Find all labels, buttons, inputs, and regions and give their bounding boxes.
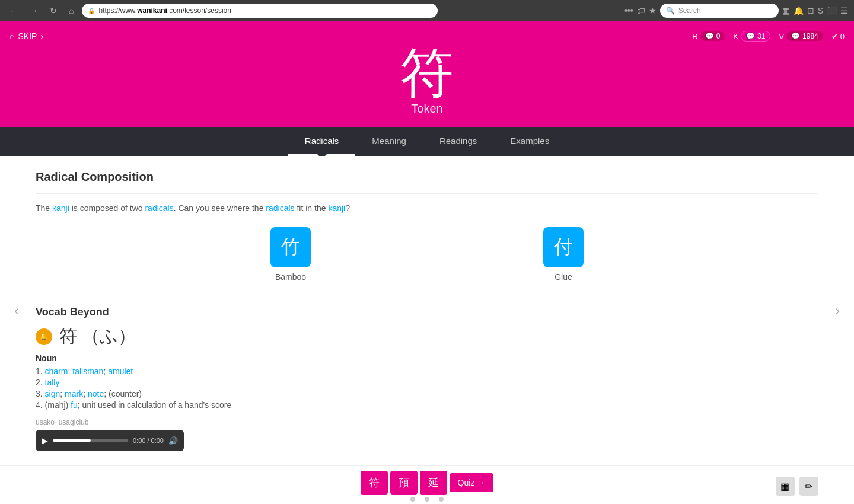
address-bar[interactable]: 🔒 https://www.wanikani.com/lesson/sessio… <box>82 4 438 18</box>
skip-label: SKIP <box>18 31 37 41</box>
description-text: The kanji is composed of two radicals. C… <box>36 203 818 213</box>
home-button[interactable]: ⌂ <box>65 4 77 18</box>
sync-icon[interactable]: ⊡ <box>807 6 814 15</box>
tab-meaning[interactable]: Meaning <box>355 127 423 156</box>
quiz-arrow-icon: → <box>477 478 485 487</box>
kanji-btn-2[interactable]: 預 <box>390 471 418 495</box>
meaning-1: 1. charm; talisman; amulet <box>36 366 818 376</box>
dot-1 <box>410 497 415 502</box>
home-icon: ⌂ <box>9 31 14 41</box>
progress-filled <box>53 439 91 442</box>
time-display: 0:00 / 0:00 <box>133 437 164 444</box>
reload-button[interactable]: ↻ <box>46 4 60 18</box>
k-badge: 💬 31 <box>741 31 770 42</box>
dot-2 <box>425 497 429 502</box>
vocab-pos: Noun <box>36 353 818 363</box>
check-icon: ✔ <box>831 32 838 41</box>
kanji-btn-1[interactable]: 符 <box>361 471 388 495</box>
kanji-highlight: kanji <box>52 203 69 213</box>
r-badge: 💬 0 <box>700 31 725 41</box>
radical-glue-icon[interactable]: 付 <box>543 227 584 267</box>
vocab-meanings-list: 1. charm; talisman; amulet 2. tally 3. s… <box>36 366 818 410</box>
r-label: R <box>692 32 697 41</box>
next-arrow-button[interactable]: › <box>830 298 845 324</box>
screenshot-icon[interactable]: ⬛ <box>827 6 837 15</box>
forward-button[interactable]: → <box>26 4 42 18</box>
menu-icon[interactable]: ☰ <box>840 6 848 15</box>
meaning-2: 2. tally <box>36 378 818 387</box>
vocab-coin: 🔔 <box>36 328 52 345</box>
v-chat-icon: 💬 <box>791 32 800 40</box>
radical-bamboo-name: Bamboo <box>275 272 306 282</box>
bottom-right-spacer: ▦ ✏ <box>700 477 818 496</box>
r-count: 0 <box>716 32 721 40</box>
pocket-icon[interactable]: 🏷 <box>637 6 645 15</box>
lesson-nav: Radicals Meaning Readings Examples <box>0 127 854 156</box>
back-button[interactable]: ← <box>6 4 21 18</box>
stat-kanji: K 💬 31 <box>733 31 770 42</box>
radicals-row: 竹 Bamboo 付 Glue <box>36 227 818 282</box>
main-content: ‹ › Radical Composition The kanji is com… <box>0 156 854 465</box>
k-chat-icon: 💬 <box>746 32 755 40</box>
chat-icon: 💬 <box>705 32 714 40</box>
search-bar[interactable]: 🔍 Search <box>660 4 779 18</box>
vocab-divider <box>36 294 818 294</box>
vocab-entry: 🔔 符 （ふ） <box>36 324 818 349</box>
v-badge: 💬 1984 <box>786 31 823 41</box>
meaning-4: 4. (mahj) fu; unit used in calculation o… <box>36 400 818 410</box>
history-icon[interactable]: ▦ <box>782 6 790 15</box>
v-count: 1984 <box>802 32 818 40</box>
tab-radicals[interactable]: Radicals <box>288 127 356 156</box>
attribution: usako_usagiclub <box>36 418 818 426</box>
search-icon: 🔍 <box>666 7 675 15</box>
tab-readings[interactable]: Readings <box>423 127 493 156</box>
dots-row <box>410 497 444 502</box>
meaning-3: 3. sign; mark; note; (counter) <box>36 389 818 398</box>
radicals-highlight: radicals <box>145 203 173 213</box>
k-label: K <box>733 32 738 41</box>
quiz-buttons: 符 預 延 Quiz → <box>361 471 494 495</box>
kanji-btn-3[interactable]: 延 <box>420 471 447 495</box>
kanji-label: Token <box>411 102 442 116</box>
quiz-button[interactable]: Quiz → <box>450 473 494 492</box>
radical-glue: 付 Glue <box>543 227 584 282</box>
search-placeholder: Search <box>678 7 701 15</box>
prev-arrow-button[interactable]: ‹ <box>9 298 24 324</box>
progress-bar[interactable] <box>53 439 128 442</box>
check-count: 0 <box>840 32 845 41</box>
section-divider <box>36 193 818 194</box>
header-top: ⌂ SKIP › R 💬 0 K 💬 31 V <box>0 31 854 42</box>
audio-player: ▶ 0:00 / 0:00 🔊 <box>36 430 184 451</box>
stat-check: ✔ 0 <box>831 32 845 41</box>
play-button[interactable]: ▶ <box>42 436 48 445</box>
header-stats: R 💬 0 K 💬 31 V 💬 1984 <box>692 31 845 42</box>
account-icon[interactable]: S <box>818 6 823 15</box>
star-icon[interactable]: ★ <box>649 6 657 15</box>
lock-icon: 🔒 <box>88 8 95 14</box>
tab-examples[interactable]: Examples <box>493 127 566 156</box>
dots-menu-icon[interactable]: ••• <box>624 6 633 15</box>
url-text: https://www.wanikani.com/lesson/session <box>98 7 231 15</box>
notification-icon[interactable]: 🔔 <box>794 6 804 15</box>
browser-chrome: ← → ↻ ⌂ 🔒 https://www.wanikani.com/lesso… <box>0 0 854 21</box>
grid-tool-button[interactable]: ▦ <box>776 477 795 496</box>
kanji-highlight-2: kanji <box>328 203 345 213</box>
stat-radicals: R 💬 0 <box>692 31 725 41</box>
radicals-highlight-2: radicals <box>266 203 294 213</box>
radical-bamboo-icon[interactable]: 竹 <box>270 227 311 267</box>
skip-button[interactable]: ⌂ SKIP › <box>9 31 43 41</box>
bottom-center: 符 預 延 Quiz → <box>361 471 494 502</box>
pencil-tool-button[interactable]: ✏ <box>799 477 818 496</box>
kanji-display: 符 <box>400 46 454 100</box>
vocab-beyond-title: Vocab Beyond <box>36 306 818 318</box>
volume-icon[interactable]: 🔊 <box>168 436 178 445</box>
vocab-kanji: 符 （ふ） <box>59 324 136 349</box>
app-header: ⌂ SKIP › R 💬 0 K 💬 31 V <box>0 21 854 127</box>
radical-bamboo: 竹 Bamboo <box>270 227 311 282</box>
radical-glue-name: Glue <box>555 272 572 282</box>
browser-right-controls: ••• 🏷 ★ 🔍 Search ▦ 🔔 ⊡ S ⬛ ☰ <box>624 4 848 18</box>
k-count: 31 <box>757 32 765 40</box>
v-label: V <box>779 32 784 41</box>
stat-vocab: V 💬 1984 <box>779 31 823 41</box>
skip-chevron-icon: › <box>40 31 43 41</box>
